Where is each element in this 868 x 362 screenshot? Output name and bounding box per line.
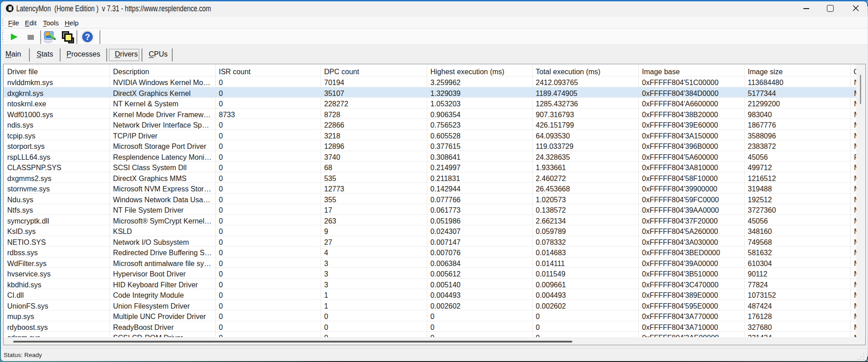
- svg-text:?: ?: [85, 32, 90, 42]
